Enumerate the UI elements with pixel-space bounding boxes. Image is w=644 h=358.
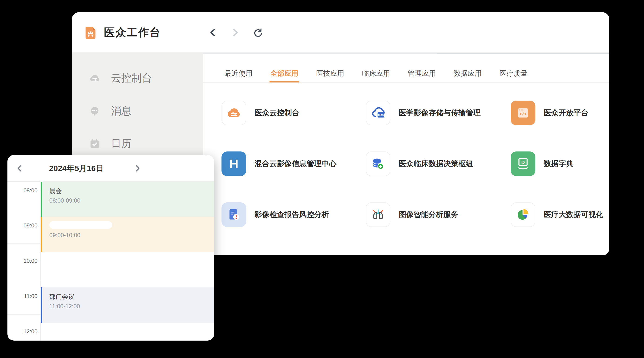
chevron-left-icon — [15, 164, 24, 173]
code-glyph: </> — [519, 112, 527, 117]
back-button[interactable] — [208, 27, 218, 38]
desktop-background: 医众工作台 — [0, 0, 644, 358]
calendar-check-icon — [89, 138, 101, 150]
calendar-panel: 2024年5月16日 08:00 09:00 10:00 11:00 12:00… — [8, 155, 214, 341]
window-title: 医众工作台 — [104, 25, 161, 40]
apps-grid: 医众云控制台 Mos 医学影像存储与传输管理 — [222, 101, 609, 227]
calendar-event-department-meeting[interactable]: 部门会议 11:00-12:00 — [41, 287, 214, 323]
event-time: 09:00-10:00 — [49, 232, 214, 239]
app-clinical-data-hub[interactable]: 医众临床数据决策枢纽 — [366, 152, 511, 176]
event-time: 08:00-09:00 — [49, 197, 214, 204]
app-label: 影像检查报告风控分析 — [254, 209, 329, 220]
app-hybrid-cloud-center[interactable]: H 混合云影像信息管理中心 — [222, 152, 366, 176]
report-alert-icon — [226, 206, 242, 223]
tab-admin-apps[interactable]: 管理应用 — [408, 69, 436, 81]
app-data-dictionary[interactable]: D 数据字典 — [511, 152, 609, 176]
app-label: 医众云控制台 — [254, 108, 299, 118]
content-top-line — [437, 53, 609, 54]
chevron-right-icon — [230, 27, 240, 38]
app-open-platform[interactable]: </> 医众开放平台 — [511, 101, 609, 125]
event-time: 11:00-12:00 — [49, 303, 214, 310]
calendar-prev-day-button[interactable] — [15, 164, 24, 173]
message-bubble-icon — [89, 105, 101, 117]
cloud-sliders-icon — [89, 72, 101, 84]
time-label: 11:00 — [8, 293, 38, 299]
hour-gridline — [8, 279, 214, 279]
content-area: 最近使用 全部应用 医技应用 临床应用 管理应用 数据应用 医疗质量 — [203, 53, 609, 255]
sidebar-item-messages[interactable]: 消息 — [72, 95, 203, 127]
app-report-risk-analysis[interactable]: 影像检查报告风控分析 — [222, 202, 366, 227]
cloud-sliders-icon — [226, 105, 242, 121]
time-label: 08:00 — [8, 187, 38, 194]
calendar-event-morning-meeting[interactable]: 晨会 08:00-09:00 — [41, 182, 214, 217]
app-label: 数据字典 — [544, 159, 574, 169]
app-big-data-visualization[interactable]: 医疗大数据可视化 — [511, 202, 609, 227]
tabs-divider — [203, 82, 609, 83]
cloud-storage-icon: Mos — [370, 105, 386, 121]
chevron-right-icon — [132, 164, 142, 173]
content-top-strip — [203, 53, 437, 54]
time-label: 12:00 — [8, 328, 38, 335]
window-header: 医众工作台 — [72, 12, 609, 53]
code-window-icon: </> — [515, 105, 531, 121]
app-logo-icon — [83, 25, 98, 40]
letter-h-icon: H — [230, 157, 238, 171]
chevron-left-icon — [208, 27, 218, 38]
letter-d-glyph: D — [522, 160, 525, 165]
nav-controls — [208, 12, 262, 53]
pie-chart-icon — [515, 206, 531, 223]
app-label: 医众临床数据决策枢纽 — [399, 159, 473, 169]
dictionary-book-icon: D — [515, 156, 531, 172]
app-label: 医学影像存储与传输管理 — [399, 108, 481, 118]
sidebar-item-label: 日历 — [111, 137, 132, 151]
app-label: 医疗大数据可视化 — [544, 209, 603, 220]
tab-bar: 最近使用 全部应用 医技应用 临床应用 管理应用 数据应用 医疗质量 — [224, 69, 528, 81]
redacted-event-title — [49, 221, 112, 229]
calendar-day-view: 08:00 09:00 10:00 11:00 12:00 晨会 08:00-0… — [8, 182, 214, 341]
refresh-button[interactable] — [252, 27, 262, 38]
app-cloud-console[interactable]: 医众云控制台 — [222, 101, 366, 125]
database-plus-icon — [370, 156, 386, 172]
app-label: 混合云影像信息管理中心 — [254, 159, 336, 169]
sidebar-item-cloud-console[interactable]: 云控制台 — [72, 62, 203, 95]
calendar-header: 2024年5月16日 — [8, 155, 214, 182]
sidebar-item-label: 云控制台 — [111, 71, 152, 85]
mos-badge: Mos — [378, 113, 384, 117]
tab-recent[interactable]: 最近使用 — [224, 69, 252, 81]
tab-clinical-apps[interactable]: 临床应用 — [362, 69, 390, 81]
event-title: 晨会 — [49, 182, 214, 195]
tab-all-apps[interactable]: 全部应用 — [270, 69, 298, 81]
calendar-date-title: 2024年5月16日 — [28, 155, 125, 182]
event-title: 部门会议 — [49, 287, 214, 301]
tab-data-apps[interactable]: 数据应用 — [454, 69, 482, 81]
app-label: 医众开放平台 — [544, 108, 588, 118]
refresh-icon — [252, 27, 262, 38]
tab-quality[interactable]: 医疗质量 — [500, 69, 528, 81]
tab-medtech-apps[interactable]: 医技应用 — [316, 69, 344, 81]
app-image-ai-analysis[interactable]: 图像智能分析服务 — [366, 202, 511, 227]
time-label: 10:00 — [8, 258, 38, 264]
calendar-event-redacted[interactable]: 09:00-10:00 — [41, 217, 214, 252]
sidebar-item-label: 消息 — [111, 104, 132, 118]
time-label: 09:00 — [8, 222, 38, 229]
app-label: 图像智能分析服务 — [399, 209, 458, 220]
forward-button[interactable] — [230, 27, 240, 38]
calendar-next-day-button[interactable] — [132, 164, 142, 173]
app-image-storage[interactable]: Mos 医学影像存储与传输管理 — [366, 101, 511, 125]
lungs-icon — [370, 206, 386, 223]
